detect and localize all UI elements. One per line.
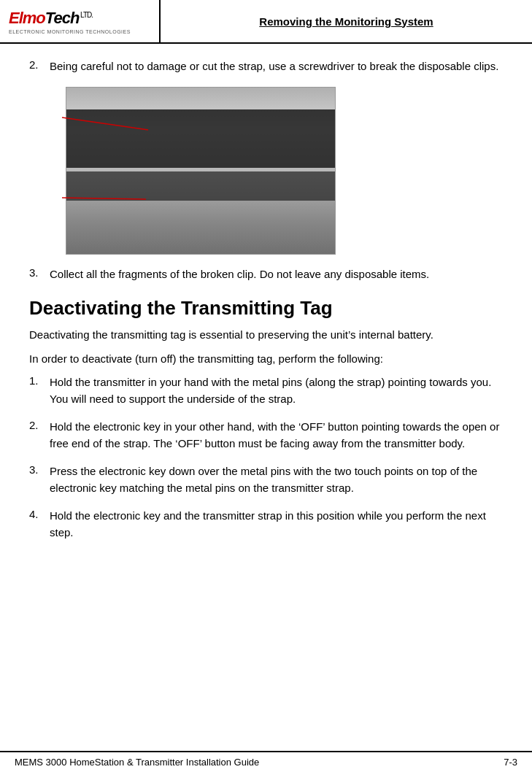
image-container: Screwdriver Grooves [66, 87, 336, 255]
logo-ltd: LTD. [79, 10, 93, 18]
screwdriver-arrow-svg [62, 112, 150, 134]
deactivating-step-3: 3. Press the electronic key down over th… [29, 463, 503, 496]
page-footer: MEMS 3000 HomeStation & Transmitter Inst… [0, 751, 532, 772]
deactivating-step-1-text: Hold the transmitter in your hand with t… [50, 374, 503, 407]
svg-line-0 [62, 117, 148, 130]
deactivating-heading: Deactivating the Transmitting Tag [29, 297, 503, 320]
step-2-block: 2. Being careful not to damage or cut th… [29, 58, 503, 75]
logo-tech: Tech [45, 9, 80, 27]
step-3-block: 3. Collect all the fragments of the brok… [29, 266, 503, 283]
deactivating-step-2: 2. Hold the electronic key in your other… [29, 419, 503, 452]
logo-subtitle: ELECTRONIC MONITORING TECHNOLOGIES [9, 29, 131, 34]
deactivating-step-3-number: 3. [29, 463, 50, 476]
deactivating-step-4-number: 4. [29, 508, 50, 520]
header-title: Removing the Monitoring System [161, 0, 532, 42]
step-2-number: 2. [29, 58, 50, 71]
deactivating-step-3-text: Press the electronic key down over the m… [50, 463, 503, 496]
grooves-arrow-svg [62, 192, 150, 214]
logo-inner: ElmoTech LTD. ELECTRONIC MONITORING TECH… [9, 9, 131, 34]
logo: ElmoTech LTD. ELECTRONIC MONITORING TECH… [0, 0, 161, 42]
step-3-text: Collect all the fragments of the broken … [50, 266, 503, 283]
footer-right: 7-3 [504, 757, 517, 768]
logo-text: ElmoTech LTD. [9, 9, 93, 27]
deactivating-step-1-number: 1. [29, 374, 50, 387]
footer-left: MEMS 3000 HomeStation & Transmitter Inst… [15, 757, 259, 768]
svg-line-1 [62, 198, 146, 199]
page-header: ElmoTech LTD. ELECTRONIC MONITORING TECH… [0, 0, 532, 44]
deactivating-step-2-number: 2. [29, 419, 50, 431]
logo-brand: ElmoTech LTD. [9, 9, 131, 28]
step-3-number: 3. [29, 266, 50, 279]
logo-elmo: Elmo [9, 9, 45, 27]
step-2-text: Being careful not to damage or cut the s… [50, 58, 503, 75]
deactivating-step-4-text: Hold the electronic key and the transmit… [50, 508, 503, 541]
main-content: 2. Being careful not to damage or cut th… [0, 44, 532, 567]
deactivating-step-1: 1. Hold the transmitter in your hand wit… [29, 374, 503, 407]
deactivating-step-2-text: Hold the electronic key in your other ha… [50, 419, 503, 452]
deactivating-step-4: 4. Hold the electronic key and the trans… [29, 508, 503, 541]
deactivating-intro-2: In order to deactivate (turn off) the tr… [29, 351, 503, 368]
deactivating-intro-1: Deactivating the transmitting tag is ess… [29, 327, 503, 344]
